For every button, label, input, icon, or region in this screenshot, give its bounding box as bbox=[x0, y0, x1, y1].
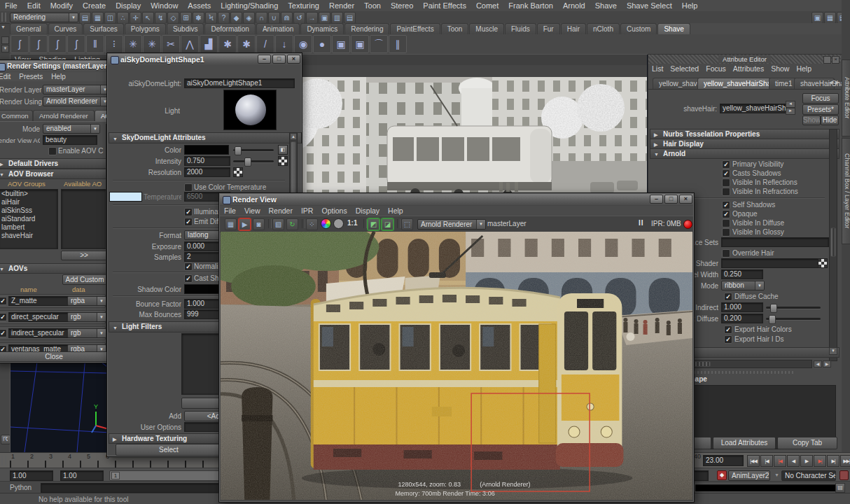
shelf-icon[interactable]: ∥ bbox=[389, 35, 407, 53]
gamma-icon[interactable]: ◪ bbox=[382, 218, 393, 230]
section-aovs[interactable]: ▼AOVs bbox=[0, 263, 118, 274]
hscroll-left-icon[interactable]: ◀ bbox=[814, 360, 822, 368]
shelf-icon[interactable]: ✱ bbox=[237, 35, 256, 53]
menubar-item[interactable]: Modify bbox=[46, 0, 78, 11]
maximize-icon[interactable]: □ bbox=[272, 55, 286, 64]
shelf-icon[interactable]: ✂ bbox=[162, 35, 180, 53]
statusline-icon[interactable]: ◆ bbox=[230, 12, 242, 24]
shelf-icon[interactable]: ʃ bbox=[11, 35, 29, 53]
ae-menu-item[interactable]: List bbox=[648, 64, 667, 74]
aov-mode-dropdown[interactable]: enabled▼ bbox=[43, 124, 100, 134]
rs-menu-item[interactable]: Presets bbox=[15, 72, 47, 81]
status-line-handle[interactable] bbox=[1, 13, 7, 22]
checkbox[interactable] bbox=[722, 228, 730, 237]
shelf-tab[interactable]: Muscle bbox=[469, 23, 504, 34]
shelf-tab[interactable]: Animation bbox=[256, 23, 300, 34]
ipr-render-icon[interactable]: ▶ bbox=[239, 218, 251, 230]
panel-layout-icon[interactable]: ▣ bbox=[811, 12, 823, 24]
playback-button[interactable]: ◀ bbox=[787, 455, 800, 467]
checkbox[interactable]: ✓ bbox=[722, 169, 730, 178]
snapshot-icon[interactable]: ◙ bbox=[253, 218, 265, 230]
statusline-icon[interactable]: ✛ bbox=[130, 12, 141, 24]
skydome-name-field[interactable]: aiSkyDomeLightShape1 bbox=[184, 78, 295, 88]
shelf-options-icon[interactable] bbox=[1, 36, 9, 44]
aov-data-dropdown[interactable]: rgb▼ bbox=[67, 312, 106, 322]
playback-button[interactable]: ▶▶| bbox=[840, 455, 850, 467]
current-time-field[interactable]: 23.00 bbox=[703, 455, 744, 466]
shelf-icon[interactable]: ⌒ bbox=[370, 35, 388, 53]
rv-menu-item[interactable]: Options bbox=[317, 206, 351, 216]
rs-menu-item[interactable]: Help bbox=[47, 72, 70, 81]
resolution-field[interactable]: 2000 bbox=[184, 167, 230, 177]
shelf-icon[interactable]: ● bbox=[313, 35, 331, 53]
auto-keyframe-icon[interactable]: ◆ bbox=[717, 470, 727, 480]
playback-button[interactable]: ▶| bbox=[814, 455, 826, 467]
tab-scroll-left-icon[interactable]: ◀ bbox=[829, 80, 832, 85]
expand-node-icon[interactable]: ► bbox=[786, 108, 795, 115]
add-custom-button[interactable]: Add Custom bbox=[62, 274, 107, 285]
statusline-icon[interactable]: → bbox=[306, 12, 318, 24]
shelf-tab[interactable]: Custom bbox=[620, 23, 657, 34]
shelf-icon[interactable]: ↓ bbox=[275, 35, 293, 53]
shelf-icon[interactable]: ʃ bbox=[67, 35, 85, 53]
redo-render-icon[interactable]: ▧ bbox=[272, 218, 284, 230]
aov-enabled-checkbox[interactable]: ✓ bbox=[0, 329, 7, 337]
normalize-checkbox[interactable]: ✓ bbox=[184, 262, 193, 271]
aov-group-item[interactable]: shaveHair bbox=[0, 232, 57, 240]
indirect-field[interactable]: 1.000 bbox=[721, 302, 763, 312]
aov-row[interactable]: ✓ Z_matte rgba▼ bbox=[0, 294, 106, 308]
select-button[interactable]: Select bbox=[116, 444, 222, 456]
shelf-icon[interactable]: ⁝ bbox=[105, 35, 123, 53]
section-skydome-attributes[interactable]: ▼SkyDomeLight Attributes bbox=[109, 132, 302, 144]
show-button[interactable]: Show bbox=[802, 115, 821, 125]
statusline-icon[interactable]: ↖ bbox=[142, 12, 154, 24]
cast-shadows-checkbox[interactable]: ✓ bbox=[184, 274, 193, 283]
copy-tab-button[interactable]: Copy Tab bbox=[777, 437, 837, 449]
statusline-icon[interactable]: ✽ bbox=[193, 12, 204, 24]
side-tab-channel-box[interactable]: Channel Box / Layer Editor bbox=[842, 138, 850, 244]
shelf-icon[interactable]: ✳ bbox=[124, 35, 142, 53]
menubar-item[interactable]: Help bbox=[677, 0, 703, 11]
ae-tab-active[interactable]: yellow_shaveHairShape bbox=[697, 78, 772, 89]
shelf-tab[interactable]: Subdivs bbox=[167, 23, 204, 34]
playback-button[interactable]: ▶| bbox=[827, 455, 839, 467]
rs-tab-common[interactable]: Common bbox=[0, 110, 33, 121]
menubar-item[interactable]: Window bbox=[146, 0, 183, 11]
shelf-icon[interactable]: ✱ bbox=[218, 35, 237, 53]
aov-groups-list[interactable]: <builtin>aiHairaiSkinSssaiStandardlamber… bbox=[0, 189, 58, 249]
intensity-field[interactable]: 0.750 bbox=[184, 156, 230, 166]
rgb-channels-icon[interactable] bbox=[321, 218, 331, 229]
section-nurbs-tesselation[interactable]: ▶Nurbs Tesselation Properties bbox=[650, 129, 839, 139]
override-hair-checkbox[interactable] bbox=[722, 249, 730, 258]
map-button-icon[interactable]: ◧ bbox=[278, 145, 288, 155]
timeline-handle[interactable] bbox=[1, 456, 8, 465]
hide-button[interactable]: Hide bbox=[821, 115, 839, 125]
tab-scroll-right-icon[interactable]: ▶ bbox=[835, 80, 839, 85]
ae-menu-item[interactable]: Focus bbox=[702, 64, 730, 74]
shelf-icon[interactable]: ʃ bbox=[48, 35, 67, 53]
aov-enabled-checkbox[interactable]: ✓ bbox=[0, 313, 7, 321]
script-editor-icon[interactable]: ▤ bbox=[835, 483, 845, 493]
menubar-item[interactable]: Render bbox=[324, 0, 359, 11]
menubar-item[interactable]: Toon bbox=[359, 0, 386, 11]
section-aov-browser[interactable]: ▼AOV Browser bbox=[0, 169, 118, 179]
statusline-icon[interactable]: ↯ bbox=[155, 12, 167, 24]
select-node-icon[interactable]: ◄ bbox=[786, 101, 795, 108]
shelf-tab[interactable]: Hair bbox=[561, 23, 586, 34]
scroll-down-icon[interactable]: ▼ bbox=[829, 347, 837, 355]
shelf-tab[interactable]: Curves bbox=[48, 23, 83, 34]
ae-tab[interactable]: time1 bbox=[769, 78, 797, 89]
statusline-icon[interactable]: ▤ bbox=[79, 12, 91, 24]
enable-aov-checkbox[interactable] bbox=[48, 147, 57, 155]
range-start-field[interactable]: 1.00 bbox=[10, 470, 53, 481]
pause-ipr-icon[interactable]: II bbox=[639, 219, 644, 227]
shelf-tab[interactable]: Surfaces bbox=[83, 23, 123, 34]
statusline-icon[interactable]: ◈ bbox=[243, 12, 255, 24]
statusline-icon[interactable]: ∪ bbox=[268, 12, 280, 24]
light-preview-swatch[interactable] bbox=[223, 90, 277, 130]
statusline-icon[interactable]: ◇ bbox=[167, 12, 179, 24]
checkbox[interactable] bbox=[722, 219, 730, 227]
render-image[interactable]: 1280x544, zoom: 0.83 (Arnold Renderer) M… bbox=[221, 232, 692, 500]
focus-button[interactable]: Focus bbox=[802, 93, 839, 104]
aov-row[interactable]: ✓ direct_specular rgb▼ bbox=[0, 310, 106, 324]
